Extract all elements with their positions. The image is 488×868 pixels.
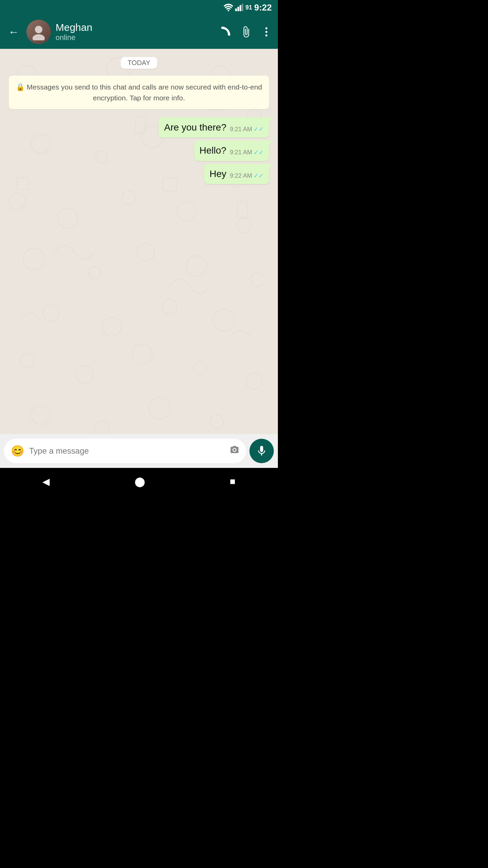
svg-point-34 <box>213 309 235 331</box>
chat-header: ← Meghan online <box>0 15 278 49</box>
bottom-navigation: ◀ ⬤ ■ <box>0 468 278 495</box>
message-text-1: Are you there? <box>164 121 226 134</box>
svg-point-28 <box>137 243 155 261</box>
svg-point-42 <box>148 397 170 419</box>
attach-icon[interactable] <box>240 26 252 38</box>
message-time-2: 9:21 AM <box>230 149 252 156</box>
emoji-button[interactable]: 😊 <box>11 445 24 457</box>
wifi-icon <box>224 4 233 11</box>
security-notice[interactable]: 🔒Messages you send to this chat and call… <box>9 76 269 109</box>
svg-point-0 <box>227 10 229 12</box>
input-bar: 😊 <box>0 434 278 468</box>
nav-home-button[interactable]: ⬤ <box>135 476 145 487</box>
message-time-3: 9:22 AM <box>230 172 252 179</box>
svg-point-5 <box>35 26 42 33</box>
svg-point-32 <box>102 317 121 336</box>
svg-point-9 <box>265 35 267 37</box>
message-status-1: ✓✓ <box>253 125 264 133</box>
lock-icon: 🔒 <box>16 83 25 91</box>
svg-point-29 <box>186 256 207 276</box>
svg-point-22 <box>58 208 78 229</box>
message-row: Hey 9:22 AM ✓✓ <box>9 164 269 184</box>
message-bubble-3[interactable]: Hey 9:22 AM ✓✓ <box>204 164 269 184</box>
svg-point-27 <box>89 267 101 279</box>
status-bar: 91 9:22 <box>0 0 278 15</box>
message-input[interactable] <box>29 446 225 456</box>
message-text-2: Hello? <box>200 144 226 157</box>
svg-rect-1 <box>235 8 237 11</box>
svg-rect-4 <box>242 4 243 11</box>
svg-point-38 <box>194 361 206 374</box>
chat-area: TODAY 🔒Messages you send to this chat an… <box>0 49 278 442</box>
status-bar-time: 9:22 <box>254 2 272 13</box>
phone-icon[interactable] <box>220 26 232 38</box>
back-button[interactable]: ← <box>5 23 22 41</box>
mic-button[interactable] <box>249 439 274 463</box>
messages-container: Are you there? 9:21 AM ✓✓ Hello? 9:21 AM… <box>5 117 272 184</box>
security-notice-text: Messages you send to this chat and calls… <box>27 83 262 102</box>
svg-point-40 <box>31 406 50 425</box>
signal-icon <box>235 4 243 11</box>
svg-point-30 <box>251 273 264 286</box>
svg-point-43 <box>210 415 224 429</box>
contact-avatar[interactable] <box>26 20 51 44</box>
svg-point-7 <box>265 27 267 29</box>
nav-back-button[interactable]: ◀ <box>42 476 50 487</box>
svg-point-25 <box>237 218 251 233</box>
message-meta-3: 9:22 AM ✓✓ <box>230 172 264 179</box>
camera-button[interactable] <box>230 445 239 457</box>
date-badge: TODAY <box>121 57 157 69</box>
message-input-field[interactable]: 😊 <box>4 439 246 463</box>
svg-point-31 <box>43 305 59 321</box>
svg-point-35 <box>20 354 34 368</box>
message-meta-2: 9:21 AM ✓✓ <box>230 149 264 156</box>
message-time-1: 9:21 AM <box>230 126 252 133</box>
message-bubble-1[interactable]: Are you there? 9:21 AM ✓✓ <box>159 117 269 138</box>
message-status-2: ✓✓ <box>253 149 264 156</box>
message-status-3: ✓✓ <box>253 172 264 179</box>
svg-point-37 <box>132 344 152 364</box>
svg-point-26 <box>23 248 45 270</box>
more-options-icon[interactable] <box>260 26 272 38</box>
svg-rect-49 <box>237 201 247 218</box>
message-bubble-2[interactable]: Hello? 9:21 AM ✓✓ <box>194 140 269 161</box>
message-meta-1: 9:21 AM ✓✓ <box>230 125 264 133</box>
svg-point-39 <box>246 373 262 389</box>
message-row: Hello? 9:21 AM ✓✓ <box>9 140 269 161</box>
contact-info[interactable]: Meghan online <box>56 22 215 42</box>
svg-rect-3 <box>240 5 241 11</box>
contact-status: online <box>56 33 215 42</box>
svg-rect-2 <box>237 7 239 11</box>
battery-icon: 91 <box>245 4 252 11</box>
contact-name: Meghan <box>56 22 215 33</box>
svg-point-6 <box>33 34 45 40</box>
chat-content: TODAY 🔒Messages you send to this chat an… <box>0 49 278 190</box>
svg-point-33 <box>162 299 177 314</box>
svg-point-36 <box>76 366 94 383</box>
nav-recent-button[interactable]: ■ <box>230 476 236 487</box>
mic-icon <box>256 445 268 457</box>
svg-point-24 <box>177 202 196 221</box>
header-actions <box>220 26 272 38</box>
message-row: Are you there? 9:21 AM ✓✓ <box>9 117 269 138</box>
svg-point-21 <box>9 193 25 210</box>
svg-point-23 <box>122 191 136 205</box>
status-icons: 91 9:22 <box>224 2 272 13</box>
message-text-3: Hey <box>209 168 226 180</box>
svg-point-8 <box>265 31 267 33</box>
